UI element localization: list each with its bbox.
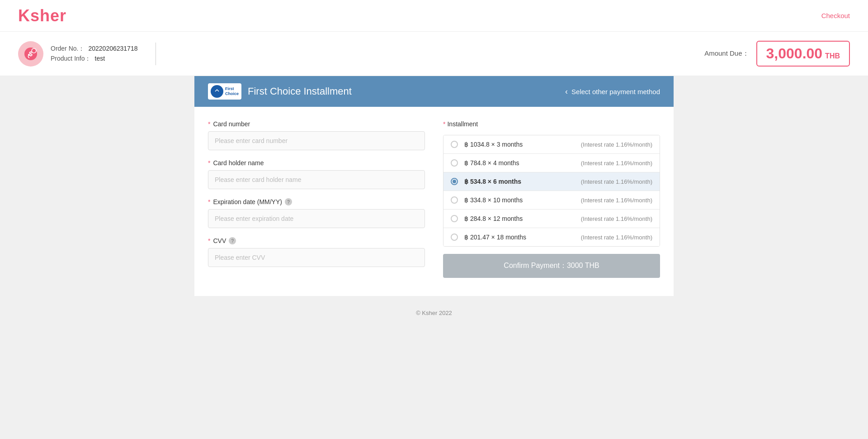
installment-option-2[interactable]: ฿ 784.8 × 4 months(Interest rate 1.16%/m… [443, 154, 660, 172]
radio-btn-2 [451, 159, 458, 167]
required-star-installment: * [443, 120, 445, 128]
page-background: FirstChoice First Choice Installment ‹ S… [0, 76, 868, 357]
confirm-payment-button[interactable]: Confirm Payment：3000 THB [443, 254, 660, 278]
expiry-group: * Expiration date (MM/YY) ? [208, 198, 425, 228]
card-number-group: * Card number [208, 120, 425, 150]
installment-label: * Installment [443, 120, 660, 128]
option-interest-4: (Interest rate 1.16%/month) [581, 197, 652, 204]
select-other-payment[interactable]: ‹ Select other payment method [565, 87, 660, 96]
header: Ksher Checkout [0, 0, 868, 32]
fc-logo-text: FirstChoice [225, 86, 239, 96]
required-star-expiry: * [208, 198, 210, 205]
option-amount-1: ฿ 1034.8 × 3 months [464, 141, 575, 148]
fc-logo-circle [211, 85, 223, 98]
select-other-label: Select other payment method [571, 88, 660, 95]
content-wrapper: FirstChoice First Choice Installment ‹ S… [194, 76, 674, 296]
installment-option-4[interactable]: ฿ 334.8 × 10 months(Interest rate 1.16%/… [443, 191, 660, 210]
card-number-label: * Card number [208, 120, 425, 128]
radio-btn-5 [451, 215, 458, 222]
expiry-help-icon[interactable]: ? [285, 198, 292, 205]
option-interest-1: (Interest rate 1.16%/month) [581, 141, 652, 148]
expiry-input[interactable] [208, 209, 425, 228]
option-amount-6: ฿ 201.47 × 18 months [464, 234, 575, 241]
required-star-card-number: * [208, 120, 210, 128]
svg-point-2 [32, 48, 36, 53]
option-interest-2: (Interest rate 1.16%/month) [581, 160, 652, 167]
banner-title: First Choice Installment [248, 86, 352, 97]
card-holder-input[interactable] [208, 170, 425, 189]
required-star-card-holder: * [208, 159, 210, 167]
svg-point-3 [28, 54, 30, 56]
radio-btn-4 [451, 196, 458, 204]
order-bar: $ Order No.： 20220206231718 Product Info… [0, 32, 868, 76]
product-info-value: test [95, 55, 105, 63]
installment-options: ฿ 1034.8 × 3 months(Interest rate 1.16%/… [443, 135, 660, 247]
cvv-input[interactable] [208, 248, 425, 267]
option-interest-5: (Interest rate 1.16%/month) [581, 215, 652, 222]
logo: Ksher [18, 6, 66, 25]
form-container: * Card number * Card holder name * E [194, 107, 674, 296]
radio-btn-6 [451, 234, 458, 241]
cvv-label: * CVV ? [208, 237, 425, 244]
option-interest-6: (Interest rate 1.16%/month) [581, 234, 652, 241]
expiry-label: * Expiration date (MM/YY) ? [208, 198, 425, 205]
order-details: Order No.： 20220206231718 Product Info： … [51, 45, 137, 63]
order-no-label: Order No.： [51, 45, 85, 53]
installment-option-3[interactable]: ฿ 534.8 × 6 months(Interest rate 1.16%/m… [443, 172, 660, 191]
option-amount-5: ฿ 284.8 × 12 months [464, 215, 575, 222]
amount-box: 3,000.00 THB [756, 41, 850, 67]
cvv-group: * CVV ? [208, 237, 425, 267]
product-info-label: Product Info： [51, 55, 91, 63]
banner-left: FirstChoice First Choice Installment [208, 83, 352, 100]
required-star-cvv: * [208, 237, 210, 244]
amount-value: 3,000.00 [766, 45, 823, 62]
option-interest-3: (Interest rate 1.16%/month) [581, 178, 652, 185]
first-choice-logo: FirstChoice [208, 83, 241, 100]
footer-text: © Ksher 2022 [416, 310, 452, 316]
chevron-left-icon: ‹ [565, 87, 568, 96]
svg-point-4 [213, 88, 221, 95]
form-left: * Card number * Card holder name * E [208, 120, 425, 278]
payment-banner: FirstChoice First Choice Installment ‹ S… [194, 76, 674, 107]
installment-option-5[interactable]: ฿ 284.8 × 12 months(Interest rate 1.16%/… [443, 210, 660, 228]
form-right: * Installment ฿ 1034.8 × 3 months(Intere… [443, 120, 660, 278]
option-amount-3: ฿ 534.8 × 6 months [464, 178, 575, 185]
installment-option-1[interactable]: ฿ 1034.8 × 3 months(Interest rate 1.16%/… [443, 135, 660, 154]
option-amount-2: ฿ 784.8 × 4 months [464, 159, 575, 167]
option-amount-4: ฿ 334.8 × 10 months [464, 196, 575, 204]
radio-btn-3 [451, 178, 458, 185]
radio-btn-1 [451, 141, 458, 148]
order-icon: $ [18, 41, 43, 67]
card-holder-label: * Card holder name [208, 159, 425, 167]
amount-currency: THB [825, 52, 840, 60]
divider [156, 43, 156, 65]
amount-due-label: Amount Due： [704, 49, 749, 58]
amount-section: Amount Due： 3,000.00 THB [704, 41, 850, 67]
card-number-input[interactable] [208, 131, 425, 150]
card-holder-group: * Card holder name [208, 159, 425, 189]
order-no-value: 20220206231718 [88, 45, 137, 53]
installment-option-6[interactable]: ฿ 201.47 × 18 months(Interest rate 1.16%… [443, 228, 660, 246]
cvv-help-icon[interactable]: ? [229, 237, 236, 244]
footer: © Ksher 2022 [0, 296, 868, 330]
checkout-link[interactable]: Checkout [821, 12, 850, 19]
